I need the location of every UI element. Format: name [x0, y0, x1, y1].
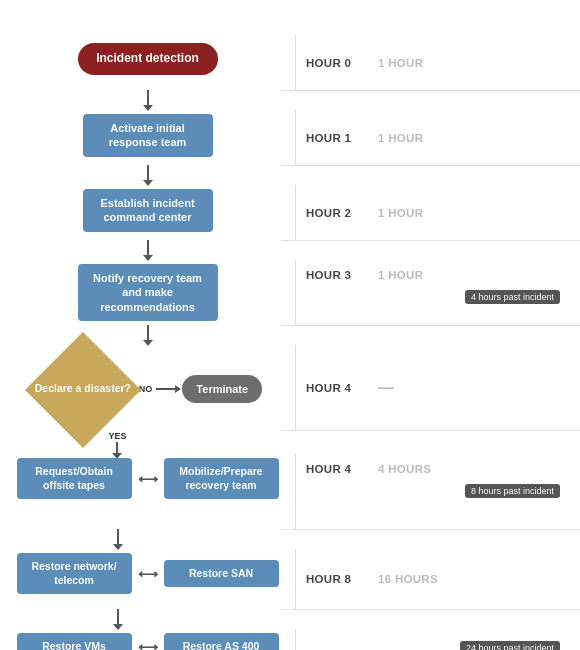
- divider-line-5: [281, 430, 580, 431]
- down-arrow-3: [147, 240, 149, 256]
- down-arrow-2: [147, 165, 149, 181]
- milestone-24hours: 24 hours past incident: [460, 641, 560, 650]
- arrow-row-2: [0, 165, 580, 185]
- milestone-8hours: 8 hours past incident: [465, 484, 560, 498]
- divider-1: [295, 90, 580, 91]
- milestone-4hours: 4 hours past incident: [465, 290, 560, 304]
- left-diamond: Declare a disaster? NO Terminate: [0, 345, 295, 429]
- row-establish-command: Establish incident command center HOUR 2…: [0, 185, 580, 240]
- hour0-duration: 1 HOUR: [378, 57, 423, 69]
- divider-line-4: [281, 325, 580, 326]
- right-hour3: HOUR 3 1 HOUR 4 hours past incident: [295, 260, 580, 325]
- right-hour8-16h: HOUR 8 16 HOURS: [295, 549, 580, 609]
- left-dual-1: Request/Obtain offsite tapes ⟷ Mobilize/…: [0, 454, 295, 499]
- terminate-node: Terminate: [182, 375, 262, 403]
- arrow-row-1: [0, 90, 580, 110]
- h-connector-3: ⟷: [138, 639, 158, 650]
- yes-arrow: YES: [0, 430, 295, 454]
- hour2-duration: 1 HOUR: [378, 207, 423, 219]
- divider-line-3: [281, 240, 580, 241]
- arrow-row-3: [0, 240, 580, 260]
- dual-nodes-3: Restore VMs ⟷ Restore AS 400: [0, 633, 295, 650]
- divider-6: [295, 529, 580, 530]
- divider-line-7: [281, 609, 580, 610]
- row-dual-3: Restore VMs ⟷ Restore AS 400 24 hours pa…: [0, 629, 580, 650]
- hour8-duration: 16 HOURS: [378, 573, 438, 585]
- hour3-label: HOUR 3: [306, 269, 378, 281]
- right-hour8-24h: 24 hours past incident: [295, 629, 580, 650]
- left-dual-2: Restore network/ telecom ⟷ Restore SAN: [0, 549, 295, 594]
- declare-disaster-diamond: Declare a disaster?: [33, 349, 133, 429]
- hour4-4h-label: HOUR 4: [306, 463, 378, 475]
- right-hour2: HOUR 2 1 HOUR: [295, 185, 580, 240]
- left-activate: Activate initial response team: [0, 110, 295, 157]
- arrow-2: [0, 165, 295, 181]
- restore-network-node: Restore network/ telecom: [17, 553, 132, 594]
- down-arrow-7: [117, 609, 119, 625]
- hour1-duration: 1 HOUR: [378, 132, 423, 144]
- declare-disaster-text: Declare a disaster?: [35, 382, 131, 396]
- arrow-7: [0, 609, 295, 625]
- notify-recovery-node: Notify recovery team and make recommenda…: [78, 264, 218, 321]
- hour3-duration: 1 HOUR: [378, 269, 423, 281]
- left-establish: Establish incident command center: [0, 185, 295, 232]
- down-arrow-4: [147, 325, 149, 341]
- row-dual-1: Request/Obtain offsite tapes ⟷ Mobilize/…: [0, 454, 580, 529]
- page-container: Incident detection HOUR 0 1 HOUR Activat…: [0, 0, 580, 650]
- activate-team-node: Activate initial response team: [83, 114, 213, 157]
- row-incident-detection: Incident detection HOUR 0 1 HOUR: [0, 20, 580, 90]
- yes-label: YES: [105, 430, 129, 442]
- arrow-3: [0, 240, 295, 256]
- right-hour0: HOUR 0 1 HOUR: [295, 35, 580, 90]
- divider-line-6: [281, 529, 580, 530]
- right-hour4-dash: HOUR 4 —: [295, 345, 580, 430]
- divider-7: [295, 609, 580, 610]
- row-notify-team: Notify recovery team and make recommenda…: [0, 260, 580, 325]
- row-activate-team: Activate initial response team HOUR 1 1 …: [0, 110, 580, 165]
- down-arrow-6: [117, 529, 119, 545]
- divider-line-2: [281, 165, 580, 166]
- restore-as400-node: Restore AS 400: [164, 633, 279, 650]
- hour4-dash-label: HOUR 4: [306, 382, 378, 394]
- right-hour4-4hours: HOUR 4 4 HOURS 8 hours past incident: [295, 454, 580, 529]
- restore-san-node: Restore SAN: [164, 560, 279, 588]
- divider-5: [295, 430, 580, 431]
- divider-2: [295, 165, 580, 166]
- hour0-label: HOUR 0: [306, 57, 378, 69]
- hour4-4h-duration: 4 HOURS: [378, 463, 431, 475]
- divider-line-1: [281, 90, 580, 91]
- hour4-dash-duration: —: [378, 379, 394, 397]
- row-dual-2: Restore network/ telecom ⟷ Restore SAN H…: [0, 549, 580, 609]
- hour2-label: HOUR 2: [306, 207, 378, 219]
- left-incident: Incident detection: [0, 35, 295, 75]
- right-hour1: HOUR 1 1 HOUR: [295, 110, 580, 165]
- hour1-label: HOUR 1: [306, 132, 378, 144]
- divider-4: [295, 325, 580, 326]
- h-connector-2: ⟷: [138, 566, 158, 582]
- left-notify: Notify recovery team and make recommenda…: [0, 260, 295, 321]
- arrow-6: [0, 529, 295, 545]
- restore-vms-node: Restore VMs: [17, 633, 132, 650]
- dual-nodes-1: Request/Obtain offsite tapes ⟷ Mobilize/…: [0, 458, 295, 499]
- left-dual-3: Restore VMs ⟷ Restore AS 400: [0, 629, 295, 650]
- h-connector-1: ⟷: [138, 471, 158, 487]
- hour8-label: HOUR 8: [306, 573, 378, 585]
- arrow-4: [0, 325, 295, 341]
- row-declare-disaster: Declare a disaster? NO Terminate HOUR 4 …: [0, 345, 580, 430]
- mobilize-team-node: Mobilize/Prepare recovery team: [164, 458, 279, 499]
- establish-command-node: Establish incident command center: [83, 189, 213, 232]
- arrow-1: [0, 90, 295, 106]
- request-tapes-node: Request/Obtain offsite tapes: [17, 458, 132, 499]
- dual-nodes-2: Restore network/ telecom ⟷ Restore SAN: [0, 553, 295, 594]
- arrow-row-7: [0, 609, 580, 629]
- divider-3: [295, 240, 580, 241]
- arrow-row-6: [0, 529, 580, 549]
- incident-detection-node: Incident detection: [78, 43, 218, 75]
- down-arrow-1: [147, 90, 149, 106]
